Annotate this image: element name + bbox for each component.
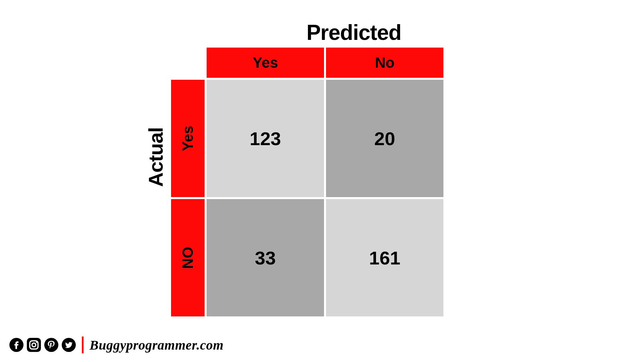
matrix-grid: Yes No Yes 123 20 NO 33 161 bbox=[171, 48, 473, 316]
cell-actual-no-pred-yes: 33 bbox=[207, 199, 324, 316]
row-header-yes: Yes bbox=[171, 80, 205, 197]
facebook-icon bbox=[9, 338, 23, 352]
cell-actual-no-pred-no: 161 bbox=[326, 199, 443, 316]
footer-attribution: Buggyprogrammer.com bbox=[9, 337, 224, 353]
grid-corner bbox=[171, 48, 205, 78]
cell-actual-yes-pred-no: 20 bbox=[326, 80, 443, 197]
matrix-container: Predicted Actual Yes No Yes 123 20 NO 33… bbox=[171, 20, 473, 316]
social-icons bbox=[9, 338, 76, 352]
col-header-yes: Yes bbox=[207, 48, 324, 78]
confusion-matrix-figure: Predicted Actual Yes No Yes 123 20 NO 33… bbox=[0, 0, 644, 362]
twitter-icon bbox=[62, 338, 76, 352]
site-name: Buggyprogrammer.com bbox=[90, 337, 224, 353]
svg-rect-1 bbox=[27, 338, 41, 352]
pinterest-icon bbox=[44, 338, 58, 352]
col-header-no: No bbox=[326, 48, 443, 78]
svg-point-4 bbox=[36, 342, 37, 343]
footer-divider bbox=[82, 337, 84, 353]
instagram-icon bbox=[27, 338, 41, 352]
cell-actual-yes-pred-yes: 123 bbox=[207, 80, 324, 197]
columns-axis-label: Predicted bbox=[235, 20, 473, 45]
row-header-no: NO bbox=[171, 199, 205, 316]
svg-point-5 bbox=[44, 338, 58, 352]
rows-axis-label: Actual bbox=[144, 127, 167, 187]
